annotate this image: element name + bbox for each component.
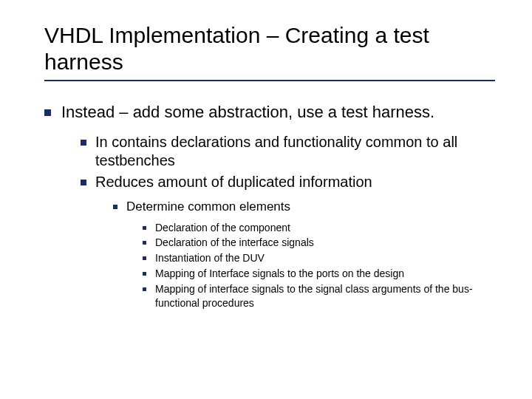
list-item: Declaration of the component [143,221,495,235]
square-bullet-icon [143,241,146,245]
list-item: Reduces amount of duplicated information… [81,173,495,316]
title-rule [44,80,495,81]
list-item: In contains declarations and functionali… [81,133,495,170]
bullet-text: Determine common elements [126,200,290,214]
bullet-text: Mapping of Interface signals to the port… [155,267,404,279]
bullet-text: Instantiation of the DUV [155,252,265,264]
bullet-text: Reduces amount of duplicated information [95,174,372,190]
square-bullet-icon [143,287,146,291]
bullet-list-lvl1: Instead – add some abstraction, use a te… [44,102,495,319]
bullet-text: Instead – add some abstraction, use a te… [61,103,434,121]
list-item: Mapping of Interface signals to the port… [143,267,495,281]
bullet-text: Declaration of the component [155,222,290,233]
square-bullet-icon [143,272,146,276]
list-item: Determine common elements Declaration of… [113,199,495,312]
bullet-text: Mapping of interface signals to the sign… [155,283,473,309]
square-bullet-icon [44,109,51,116]
square-bullet-icon [113,205,117,209]
list-item: Declaration of the interface signals [143,236,495,250]
bullet-text: In contains declarations and functionali… [95,134,457,168]
list-item: Instead – add some abstraction, use a te… [44,102,495,319]
slide: VHDL Implementation – Creating a test ha… [0,0,532,399]
bullet-list-lvl3: Determine common elements Declaration of… [95,199,495,312]
square-bullet-icon [143,226,146,230]
square-bullet-icon [81,140,86,146]
list-item: Mapping of interface signals to the sign… [143,282,495,310]
bullet-list-lvl4: Declaration of the component Declaration… [126,221,495,310]
bullet-list-lvl2: In contains declarations and functionali… [61,133,495,316]
square-bullet-icon [81,180,86,185]
list-item: Instantiation of the DUV [143,251,495,265]
bullet-text: Declaration of the interface signals [155,236,314,248]
slide-title: VHDL Implementation – Creating a test ha… [44,22,495,75]
square-bullet-icon [143,256,146,260]
